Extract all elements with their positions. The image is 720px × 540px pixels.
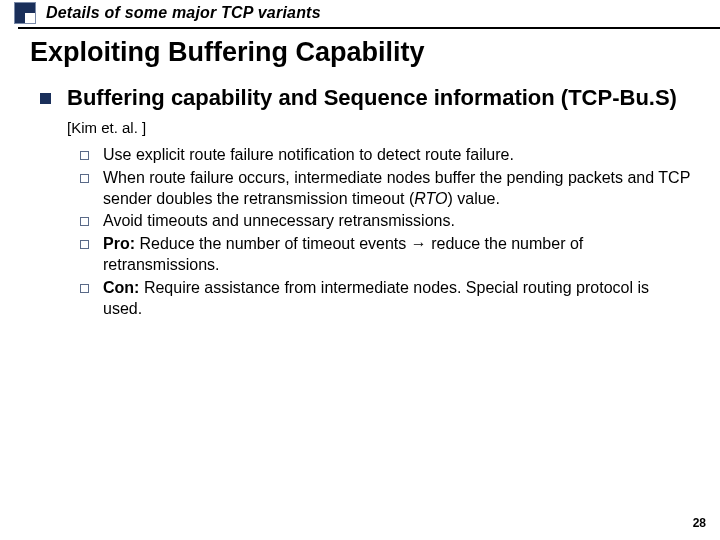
section-header: Details of some major TCP variants: [18, 0, 720, 29]
item-text: Con: Require assistance from intermediat…: [103, 278, 692, 320]
square-bullet-icon: [40, 93, 51, 104]
list-item: When route failure occurs, intermediate …: [80, 168, 692, 210]
section-label: Details of some major TCP variants: [46, 4, 321, 22]
list-item: Avoid timeouts and unnecessary retransmi…: [80, 211, 692, 232]
hollow-square-icon: [80, 240, 89, 249]
pro-label: Pro:: [103, 235, 135, 252]
page-title: Exploiting Buffering Capability: [30, 37, 720, 68]
item-text: Use explicit route failure notification …: [103, 145, 514, 166]
hollow-square-icon: [80, 174, 89, 183]
header-square-icon: [14, 2, 36, 24]
page-number: 28: [693, 516, 706, 530]
con-label: Con:: [103, 279, 139, 296]
item-text: Pro: Reduce the number of timeout events…: [103, 234, 692, 276]
hollow-square-icon: [80, 217, 89, 226]
hollow-square-icon: [80, 151, 89, 160]
main-heading: Buffering capability and Sequence inform…: [67, 85, 677, 110]
main-bullet-text: Buffering capability and Sequence inform…: [67, 84, 690, 139]
list-item: Pro: Reduce the number of timeout events…: [80, 234, 692, 276]
sub-list: Use explicit route failure notification …: [80, 145, 692, 319]
item-text: Avoid timeouts and unnecessary retransmi…: [103, 211, 455, 232]
list-item: Con: Require assistance from intermediat…: [80, 278, 692, 320]
arrow-icon: →: [411, 235, 427, 252]
list-item: Use explicit route failure notification …: [80, 145, 692, 166]
hollow-square-icon: [80, 284, 89, 293]
rto-term: RTO: [414, 190, 447, 207]
citation: [Kim et. al. ]: [67, 119, 146, 136]
main-bullet: Buffering capability and Sequence inform…: [40, 84, 690, 139]
item-text: When route failure occurs, intermediate …: [103, 168, 692, 210]
